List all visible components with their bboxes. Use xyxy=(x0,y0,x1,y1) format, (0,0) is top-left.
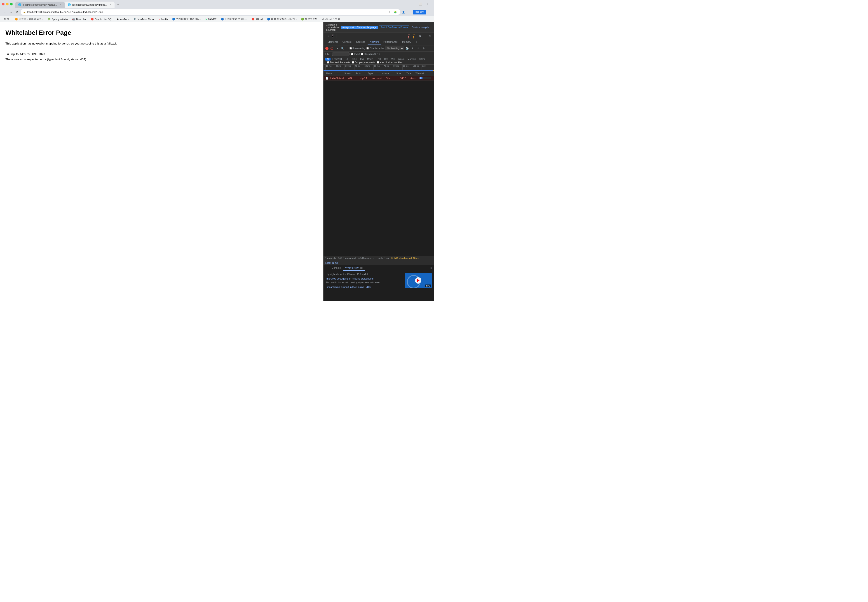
has-blocked-cookies-checkbox[interactable] xyxy=(377,61,379,63)
tab-sources[interactable]: Sources xyxy=(354,39,367,45)
device-toolbar-btn[interactable]: 📱 xyxy=(330,34,335,38)
tab-more[interactable]: » xyxy=(413,39,419,45)
col-name[interactable]: Name xyxy=(325,72,344,75)
maximize-button[interactable] xyxy=(10,3,13,5)
disable-cache-checkbox[interactable] xyxy=(367,47,369,49)
close-devtools-btn[interactable]: × xyxy=(428,34,432,38)
bookmark-incheon[interactable]: 🔵 인천대학교 학습관리... xyxy=(170,17,203,21)
notification-close[interactable]: × xyxy=(430,26,432,29)
window-close[interactable]: × xyxy=(425,2,430,7)
whats-new-link2[interactable]: Linear timing support in the Easing Edit… xyxy=(326,286,402,288)
bookmark-newchat[interactable]: 🤖 New chat xyxy=(70,17,88,21)
close-button[interactable] xyxy=(2,3,5,5)
inspect-element-btn[interactable]: ⬚ xyxy=(325,34,330,38)
star-button[interactable]: ☆ xyxy=(387,9,392,14)
tab-1[interactable]: 🌐 localhost:8080/items/4?status... × xyxy=(15,2,64,8)
dont-show-btn[interactable]: Don't show again xyxy=(412,26,429,29)
import-btn[interactable]: ⬆ xyxy=(411,46,415,51)
col-status[interactable]: Status xyxy=(344,72,355,75)
invert-checkbox[interactable] xyxy=(351,53,353,55)
network-row-1[interactable]: 📄 fd4ba8b5-ea72-472c-a1... 404 http/1.1 … xyxy=(324,76,434,81)
whats-new-link1[interactable]: Improved debugging of missing stylesheet… xyxy=(326,277,402,280)
filter-other[interactable]: Other xyxy=(418,58,426,61)
blocked-requests-label[interactable]: Blocked Requests xyxy=(327,61,350,64)
filter-media[interactable]: Media xyxy=(366,58,374,61)
col-size[interactable]: Size xyxy=(396,72,406,75)
update-button[interactable]: 업데이트 xyxy=(413,10,426,14)
tab-memory[interactable]: Memory xyxy=(400,39,413,45)
blocked-requests-checkbox[interactable] xyxy=(327,61,330,63)
throttling-select[interactable]: No throttling xyxy=(385,46,404,51)
search-btn[interactable]: 🔍 xyxy=(341,46,345,51)
bookmark-youtube[interactable]: ▶ YouTube xyxy=(115,17,131,21)
bookmark-blog[interactable]: 🟢 블로그토트 xyxy=(299,17,319,21)
clear-btn[interactable]: 🚫 xyxy=(330,46,334,51)
filter-toggle-btn[interactable]: ▼ xyxy=(335,46,339,51)
bookmark-spring[interactable]: 🌿 Spring Initializr xyxy=(46,17,70,21)
stop-recording-btn[interactable] xyxy=(325,47,328,50)
filter-all[interactable]: All xyxy=(325,58,331,61)
window-maximize[interactable]: ⬜ xyxy=(418,2,423,7)
filter-doc[interactable]: Doc xyxy=(383,58,390,61)
third-party-label[interactable]: 3rd-party requests xyxy=(352,61,375,64)
filter-wasm[interactable]: Wasm xyxy=(397,58,406,61)
tab-performance[interactable]: Performance xyxy=(381,39,400,45)
bookmark-oracle[interactable]: 🔴 Oracle Live SQL xyxy=(89,17,115,21)
bookmark-portal[interactable]: 🔵 인천대학교 포털시... xyxy=(219,17,249,21)
forward-button[interactable]: → xyxy=(8,9,14,15)
new-tab-button[interactable]: + xyxy=(115,2,121,8)
bookmark-inflearn[interactable]: 🟠 인프런 - 미래의 동료... xyxy=(13,17,45,21)
preserve-log-checkbox[interactable] xyxy=(350,47,352,49)
export-btn[interactable]: ⬇ xyxy=(416,46,420,51)
filter-img[interactable]: Img xyxy=(359,58,365,61)
more-devtools-btn[interactable]: ⋮ xyxy=(423,34,427,38)
third-party-checkbox[interactable] xyxy=(352,61,354,63)
profile-button[interactable]: 👤 xyxy=(401,9,406,14)
has-blocked-cookies-label[interactable]: Has blocked cookies xyxy=(377,61,403,64)
tab-2-close[interactable]: × xyxy=(109,3,112,6)
filter-input[interactable] xyxy=(332,52,350,56)
tab-elements[interactable]: Elements xyxy=(325,39,340,45)
col-type[interactable]: Type xyxy=(367,72,381,75)
filter-ws[interactable]: WS xyxy=(390,58,396,61)
panel-close-btn[interactable]: × xyxy=(430,266,432,270)
disable-cache-label[interactable]: Disable cache xyxy=(367,47,383,50)
filter-js[interactable]: JS xyxy=(345,58,351,61)
col-proto[interactable]: Proto... xyxy=(355,72,367,75)
tab-console[interactable]: Console xyxy=(340,39,354,45)
bookmark-musansa[interactable]: M 무산사 스토어 xyxy=(320,17,342,21)
console-tab[interactable]: Console xyxy=(330,265,343,271)
preserve-log-label[interactable]: Preserve log xyxy=(350,47,365,50)
settings2-btn[interactable]: ⚙ xyxy=(422,46,426,51)
filter-font[interactable]: Font xyxy=(375,58,382,61)
filter-fetch-xhr[interactable]: Fetch/XHR xyxy=(331,58,345,61)
filter-manifest[interactable]: Manifest xyxy=(406,58,417,61)
bookmark-apps[interactable]: ⊞ 앱 xyxy=(2,17,11,21)
settings-btn[interactable]: ⚙ xyxy=(418,34,422,38)
bookmark-youtube-music[interactable]: 🎵 YouTube Music xyxy=(132,17,156,21)
menu-button[interactable]: ⋮ xyxy=(427,9,432,14)
refresh-button[interactable]: ↺ xyxy=(14,9,20,15)
thumbnail-play-btn[interactable] xyxy=(415,277,421,284)
warnings-badge[interactable]: ⚠ 1 xyxy=(413,34,417,38)
whats-new-tab[interactable]: What's New × xyxy=(343,265,365,271)
whats-new-close-x[interactable]: × xyxy=(360,267,363,269)
tab-1-close[interactable]: × xyxy=(59,3,62,6)
filter-css[interactable]: CSS xyxy=(351,58,359,61)
window-minimize[interactable]: — xyxy=(411,2,416,7)
always-match-btn[interactable]: Always match Chrome's language xyxy=(341,26,378,29)
tab-network[interactable]: Network xyxy=(368,39,381,45)
col-time[interactable]: Time xyxy=(406,72,414,75)
minimize-button[interactable] xyxy=(6,3,9,5)
console-menu-btn[interactable]: ⋮ xyxy=(325,266,330,270)
hide-data-urls-label[interactable]: Hide data URLs xyxy=(361,53,380,55)
back-button[interactable]: ← xyxy=(2,9,7,15)
bookmark-armi[interactable]: 🔴 아미새 xyxy=(250,17,265,21)
bookmark-campus[interactable]: 🔵 대학 현장실습 온라인... xyxy=(265,17,299,21)
extensions-button[interactable]: 🧩 xyxy=(393,9,398,14)
bookmark-naver[interactable]: N NAVER xyxy=(204,17,218,21)
switch-language-btn[interactable]: Switch DevTools to Korean xyxy=(379,26,409,29)
errors-badge[interactable]: ⚠ 1 xyxy=(408,34,412,38)
tab-2[interactable]: 🌐 localhost:8080/images/fd4ba8... × xyxy=(65,2,115,8)
address-bar[interactable]: 🔒 localhost:8080/images/fd4ba8b5-ea72-47… xyxy=(21,9,400,15)
